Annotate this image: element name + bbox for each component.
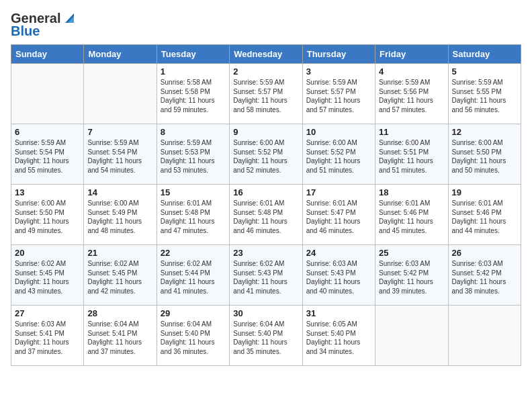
calendar-cell: 9Sunrise: 6:00 AMSunset: 5:52 PMDaylight… xyxy=(230,124,302,185)
day-info: Sunrise: 6:01 AMSunset: 5:48 PMDaylight:… xyxy=(233,199,298,235)
day-info: Sunrise: 5:59 AMSunset: 5:54 PMDaylight:… xyxy=(15,138,80,175)
day-info: Sunrise: 6:00 AMSunset: 5:52 PMDaylight:… xyxy=(306,138,371,175)
calendar-week-3: 13Sunrise: 6:00 AMSunset: 5:50 PMDayligh… xyxy=(11,185,521,245)
calendar-week-2: 6Sunrise: 5:59 AMSunset: 5:54 PMDaylight… xyxy=(11,124,521,185)
day-number: 17 xyxy=(306,187,371,197)
calendar-cell: 11Sunrise: 6:00 AMSunset: 5:51 PMDayligh… xyxy=(375,124,448,185)
logo-blue-text: Blue xyxy=(11,24,40,39)
calendar-cell xyxy=(448,306,521,366)
day-info: Sunrise: 6:03 AMSunset: 5:41 PMDaylight:… xyxy=(15,320,80,356)
day-number: 24 xyxy=(306,248,371,258)
day-number: 1 xyxy=(161,66,226,77)
calendar-cell: 8Sunrise: 5:59 AMSunset: 5:53 PMDaylight… xyxy=(157,124,229,185)
day-number: 6 xyxy=(15,127,80,137)
day-number: 15 xyxy=(161,187,226,197)
calendar-cell: 29Sunrise: 6:04 AMSunset: 5:40 PMDayligh… xyxy=(157,306,229,366)
calendar-cell xyxy=(375,306,448,366)
calendar-cell: 14Sunrise: 6:00 AMSunset: 5:49 PMDayligh… xyxy=(84,185,157,245)
day-info: Sunrise: 6:02 AMSunset: 5:45 PMDaylight:… xyxy=(15,259,80,295)
day-number: 8 xyxy=(161,127,226,137)
day-info: Sunrise: 5:59 AMSunset: 5:55 PMDaylight:… xyxy=(452,78,517,114)
weekday-header-saturday: Saturday xyxy=(448,45,521,64)
day-number: 10 xyxy=(306,127,371,137)
day-number: 22 xyxy=(161,248,226,258)
weekday-header-thursday: Thursday xyxy=(302,45,375,64)
day-info: Sunrise: 6:01 AMSunset: 5:48 PMDaylight:… xyxy=(161,199,226,235)
day-info: Sunrise: 5:59 AMSunset: 5:56 PMDaylight:… xyxy=(379,78,444,114)
day-number: 23 xyxy=(233,248,298,258)
weekday-header-monday: Monday xyxy=(84,45,157,64)
day-info: Sunrise: 5:59 AMSunset: 5:57 PMDaylight:… xyxy=(306,78,371,114)
day-number: 11 xyxy=(379,127,444,137)
day-info: Sunrise: 5:58 AMSunset: 5:58 PMDaylight:… xyxy=(161,78,226,114)
weekday-header-wednesday: Wednesday xyxy=(230,45,302,64)
day-info: Sunrise: 6:00 AMSunset: 5:49 PMDaylight:… xyxy=(87,199,152,235)
day-info: Sunrise: 6:00 AMSunset: 5:52 PMDaylight:… xyxy=(233,138,298,175)
calendar-cell xyxy=(11,64,84,124)
day-info: Sunrise: 6:03 AMSunset: 5:42 PMDaylight:… xyxy=(379,259,444,295)
day-number: 13 xyxy=(15,187,80,197)
day-number: 18 xyxy=(379,187,444,197)
day-info: Sunrise: 6:03 AMSunset: 5:43 PMDaylight:… xyxy=(306,259,371,295)
calendar-cell xyxy=(84,64,157,124)
calendar-cell: 23Sunrise: 6:02 AMSunset: 5:43 PMDayligh… xyxy=(230,245,302,306)
day-info: Sunrise: 6:01 AMSunset: 5:46 PMDaylight:… xyxy=(379,199,444,235)
calendar-cell: 30Sunrise: 6:04 AMSunset: 5:40 PMDayligh… xyxy=(230,306,302,366)
day-number: 16 xyxy=(233,187,298,197)
day-info: Sunrise: 5:59 AMSunset: 5:57 PMDaylight:… xyxy=(233,78,298,114)
day-info: Sunrise: 6:04 AMSunset: 5:41 PMDaylight:… xyxy=(87,320,152,356)
calendar-cell: 17Sunrise: 6:01 AMSunset: 5:47 PMDayligh… xyxy=(302,185,375,245)
calendar-cell: 10Sunrise: 6:00 AMSunset: 5:52 PMDayligh… xyxy=(302,124,375,185)
day-info: Sunrise: 6:01 AMSunset: 5:47 PMDaylight:… xyxy=(306,199,371,235)
day-info: Sunrise: 6:02 AMSunset: 5:45 PMDaylight:… xyxy=(87,259,152,295)
day-number: 20 xyxy=(15,248,80,258)
page-header: General Blue xyxy=(11,11,521,39)
calendar-cell: 15Sunrise: 6:01 AMSunset: 5:48 PMDayligh… xyxy=(157,185,229,245)
day-number: 31 xyxy=(306,308,371,318)
calendar-cell: 6Sunrise: 5:59 AMSunset: 5:54 PMDaylight… xyxy=(11,124,84,185)
day-number: 3 xyxy=(306,66,371,77)
calendar-cell: 13Sunrise: 6:00 AMSunset: 5:50 PMDayligh… xyxy=(11,185,84,245)
weekday-header-tuesday: Tuesday xyxy=(157,45,229,64)
logo: General Blue xyxy=(11,11,74,39)
day-info: Sunrise: 6:00 AMSunset: 5:50 PMDaylight:… xyxy=(452,138,517,175)
day-number: 9 xyxy=(233,127,298,137)
day-number: 12 xyxy=(452,127,517,137)
calendar-table: SundayMondayTuesdayWednesdayThursdayFrid… xyxy=(11,44,521,366)
calendar-cell: 20Sunrise: 6:02 AMSunset: 5:45 PMDayligh… xyxy=(11,245,84,306)
calendar-week-5: 27Sunrise: 6:03 AMSunset: 5:41 PMDayligh… xyxy=(11,306,521,366)
day-number: 28 xyxy=(87,308,152,318)
day-info: Sunrise: 6:01 AMSunset: 5:46 PMDaylight:… xyxy=(452,199,517,235)
day-number: 25 xyxy=(379,248,444,258)
day-info: Sunrise: 6:04 AMSunset: 5:40 PMDaylight:… xyxy=(161,320,226,356)
weekday-header-friday: Friday xyxy=(375,45,448,64)
logo-icon xyxy=(62,11,74,23)
calendar-week-1: 1Sunrise: 5:58 AMSunset: 5:58 PMDaylight… xyxy=(11,64,521,124)
calendar-cell: 2Sunrise: 5:59 AMSunset: 5:57 PMDaylight… xyxy=(230,64,302,124)
calendar-cell: 16Sunrise: 6:01 AMSunset: 5:48 PMDayligh… xyxy=(230,185,302,245)
weekday-header-row: SundayMondayTuesdayWednesdayThursdayFrid… xyxy=(11,45,521,64)
day-number: 30 xyxy=(233,308,298,318)
calendar-week-4: 20Sunrise: 6:02 AMSunset: 5:45 PMDayligh… xyxy=(11,245,521,306)
calendar-cell: 3Sunrise: 5:59 AMSunset: 5:57 PMDaylight… xyxy=(302,64,375,124)
day-info: Sunrise: 6:02 AMSunset: 5:44 PMDaylight:… xyxy=(161,259,226,295)
calendar-cell: 28Sunrise: 6:04 AMSunset: 5:41 PMDayligh… xyxy=(84,306,157,366)
day-number: 29 xyxy=(161,308,226,318)
calendar-cell: 27Sunrise: 6:03 AMSunset: 5:41 PMDayligh… xyxy=(11,306,84,366)
calendar-cell: 5Sunrise: 5:59 AMSunset: 5:55 PMDaylight… xyxy=(448,64,521,124)
day-info: Sunrise: 6:05 AMSunset: 5:40 PMDaylight:… xyxy=(306,320,371,356)
day-info: Sunrise: 6:03 AMSunset: 5:42 PMDaylight:… xyxy=(452,259,517,295)
day-number: 21 xyxy=(87,248,152,258)
calendar-cell: 24Sunrise: 6:03 AMSunset: 5:43 PMDayligh… xyxy=(302,245,375,306)
day-info: Sunrise: 6:00 AMSunset: 5:51 PMDaylight:… xyxy=(379,138,444,175)
day-info: Sunrise: 5:59 AMSunset: 5:54 PMDaylight:… xyxy=(87,138,152,175)
day-info: Sunrise: 5:59 AMSunset: 5:53 PMDaylight:… xyxy=(161,138,226,175)
calendar-cell: 7Sunrise: 5:59 AMSunset: 5:54 PMDaylight… xyxy=(84,124,157,185)
calendar-cell: 19Sunrise: 6:01 AMSunset: 5:46 PMDayligh… xyxy=(448,185,521,245)
weekday-header-sunday: Sunday xyxy=(11,45,84,64)
calendar-cell: 26Sunrise: 6:03 AMSunset: 5:42 PMDayligh… xyxy=(448,245,521,306)
calendar-cell: 4Sunrise: 5:59 AMSunset: 5:56 PMDaylight… xyxy=(375,64,448,124)
day-number: 26 xyxy=(452,248,517,258)
calendar-cell: 12Sunrise: 6:00 AMSunset: 5:50 PMDayligh… xyxy=(448,124,521,185)
day-number: 19 xyxy=(452,187,517,197)
